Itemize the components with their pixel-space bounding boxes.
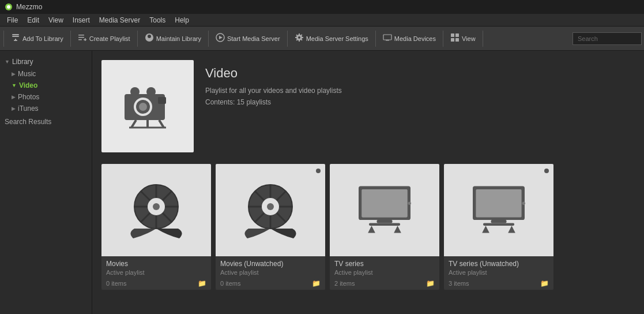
- playlist-card-tv-series-unwatched[interactable]: TV series (Unwatched) Active playlist 3 …: [444, 164, 553, 290]
- svg-marker-60: [394, 225, 401, 233]
- menu-insert[interactable]: Insert: [68, 14, 95, 26]
- playlist-footer-movies: 0 items 📁: [101, 278, 211, 290]
- start-media-server-label: Start Media Server: [227, 35, 280, 42]
- folder-icon-tv-series-unwatched[interactable]: 📁: [540, 279, 549, 287]
- media-devices-icon: [383, 33, 392, 44]
- tv-icon: [353, 184, 416, 237]
- folder-icon-tv-series[interactable]: 📁: [426, 279, 435, 287]
- sidebar-item-search-results[interactable]: Search Results: [0, 114, 92, 128]
- create-playlist-button[interactable]: Create Playlist: [73, 29, 135, 48]
- media-devices-button[interactable]: Media Devices: [378, 29, 440, 48]
- content-area: Video Playlist for all your videos and v…: [92, 51, 644, 314]
- menu-view[interactable]: View: [44, 14, 68, 26]
- playlist-items-movies: 0 items: [106, 280, 126, 287]
- library-label: Library: [12, 58, 33, 66]
- folder-icon-movies[interactable]: 📁: [198, 279, 206, 287]
- media-devices-label: Media Devices: [394, 35, 436, 42]
- menu-media-server[interactable]: Media Server: [95, 14, 145, 26]
- add-to-library-label: Add To Library: [22, 35, 63, 42]
- menu-help[interactable]: Help: [170, 14, 194, 26]
- playlist-grid: Movies Active playlist 0 items 📁: [101, 164, 635, 290]
- photos-expand-icon: [12, 94, 16, 100]
- playlist-thumb-tv-series-unwatched: [444, 164, 553, 256]
- tv-icon-2: [467, 184, 530, 237]
- svg-point-32: [153, 203, 160, 210]
- media-server-settings-button[interactable]: Media Server Settings: [290, 29, 373, 48]
- film-reel-icon: [125, 178, 188, 243]
- svg-marker-66: [482, 225, 489, 233]
- svg-point-24: [146, 87, 156, 96]
- svg-marker-12: [219, 36, 223, 39]
- video-description: Playlist for all your videos and video p…: [205, 87, 342, 95]
- add-to-library-icon: [11, 33, 20, 44]
- svg-point-1: [7, 5, 10, 9]
- playlist-info-tv-series-unwatched: TV series (Unwatched) Active playlist: [444, 256, 553, 278]
- maintain-library-label: Maintain Library: [156, 35, 201, 42]
- music-expand-icon: [12, 71, 16, 77]
- svg-rect-57: [377, 220, 393, 223]
- menu-bar: File Edit View Insert Media Server Tools…: [0, 14, 644, 27]
- playlist-name-tv-series-unwatched: TV series (Unwatched): [449, 260, 549, 268]
- view-button[interactable]: View: [446, 29, 480, 48]
- svg-rect-58: [369, 223, 400, 226]
- playlist-status-tv-series-unwatched: Active playlist: [449, 269, 549, 276]
- start-media-server-button[interactable]: Start Media Server: [211, 29, 285, 48]
- playlist-card-movies-unwatched[interactable]: Movies (Unwatched) Active playlist 0 ite…: [216, 164, 325, 290]
- playlist-items-tv-series: 2 items: [334, 280, 355, 287]
- media-server-settings-icon: [295, 33, 304, 44]
- svg-rect-63: [476, 189, 521, 217]
- create-playlist-label: Create Playlist: [89, 35, 130, 42]
- view-label: View: [462, 35, 476, 42]
- app-icon: [5, 3, 13, 11]
- sidebar: Library Music Video Photos iTunes Search…: [0, 51, 92, 314]
- playlist-info-tv-series: TV series Active playlist: [330, 256, 439, 278]
- video-header: Video Playlist for all your videos and v…: [101, 60, 635, 152]
- svg-rect-64: [491, 220, 507, 223]
- playlist-card-movies[interactable]: Movies Active playlist 0 items 📁: [101, 164, 211, 290]
- toolbar-separator-right: [483, 31, 483, 47]
- maintain-library-button[interactable]: Maintain Library: [140, 29, 206, 48]
- svg-marker-67: [508, 225, 515, 233]
- toolbar-separator-4: [287, 31, 288, 47]
- title-bar: Mezzmo: [0, 0, 644, 14]
- search-input[interactable]: [573, 32, 642, 45]
- playlist-info-movies: Movies Active playlist: [101, 256, 211, 278]
- sidebar-music-label: Music: [18, 70, 36, 78]
- toolbar-separator-5: [375, 31, 376, 47]
- search-results-label: Search Results: [5, 118, 51, 126]
- toolbar-separator-3: [208, 31, 209, 47]
- playlist-items-tv-series-unwatched: 3 items: [449, 280, 469, 287]
- sidebar-item-itunes[interactable]: iTunes: [0, 103, 92, 114]
- playlist-thumb-movies-unwatched: [216, 164, 325, 256]
- create-playlist-icon: [78, 33, 87, 44]
- folder-icon-movies-unwatched[interactable]: 📁: [312, 279, 321, 287]
- sidebar-item-photos[interactable]: Photos: [0, 91, 92, 103]
- playlist-card-tv-series[interactable]: TV series Active playlist 2 items 📁: [330, 164, 439, 290]
- playlist-name-movies-unwatched: Movies (Unwatched): [220, 260, 321, 268]
- svg-rect-6: [78, 35, 84, 36]
- video-contents: Contents: 15 playlists: [205, 98, 342, 106]
- svg-point-68: [522, 201, 525, 204]
- svg-rect-13: [383, 35, 391, 40]
- library-expand-icon[interactable]: [5, 59, 10, 65]
- app-title: Mezzmo: [16, 3, 42, 11]
- view-icon: [450, 33, 460, 44]
- toolbar: Add To Library Create Playlist Maintain …: [0, 27, 644, 51]
- svg-rect-65: [483, 223, 514, 226]
- playlist-name-movies: Movies: [106, 260, 206, 268]
- film-reel-icon-2: [239, 178, 302, 243]
- sidebar-photos-label: Photos: [18, 93, 39, 101]
- add-to-library-button[interactable]: Add To Library: [6, 29, 68, 48]
- toolbar-separator-left: [3, 31, 4, 47]
- sidebar-item-video[interactable]: Video: [0, 80, 92, 91]
- menu-edit[interactable]: Edit: [22, 14, 44, 26]
- playlist-status-movies: Active playlist: [106, 269, 206, 276]
- start-media-server-icon: [216, 33, 225, 44]
- sidebar-video-label: Video: [19, 81, 37, 89]
- playlist-thumb-tv-series: [330, 164, 439, 256]
- itunes-expand-icon: [12, 106, 16, 111]
- sidebar-item-music[interactable]: Music: [0, 68, 92, 80]
- menu-tools[interactable]: Tools: [145, 14, 170, 26]
- menu-file[interactable]: File: [2, 14, 22, 26]
- toolbar-separator-6: [443, 31, 443, 47]
